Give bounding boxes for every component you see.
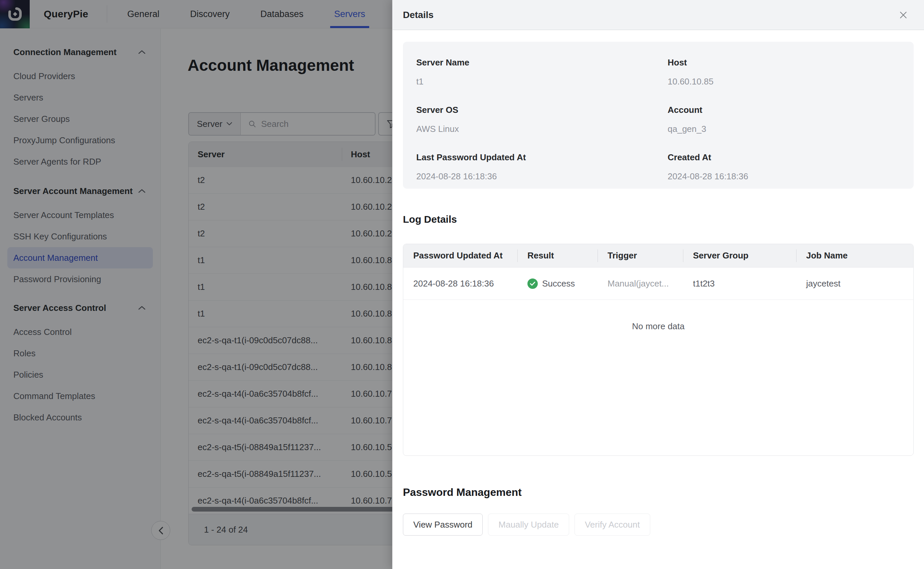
- log-column-job-name: Job Name: [796, 244, 913, 267]
- field-value: 2024-08-28 16:18:36: [416, 171, 668, 182]
- field-label: Last Password Updated At: [416, 152, 668, 163]
- info-field-server-os: Server OS AWS Linux: [416, 105, 668, 134]
- log-table-header: Password Updated At Result Trigger Serve…: [403, 244, 913, 268]
- no-more-data-label: No more data: [403, 321, 913, 332]
- log-cell-result: Success: [517, 278, 597, 289]
- result-text: Success: [542, 278, 575, 289]
- details-panel-header: Details: [392, 0, 924, 30]
- field-value: AWS Linux: [416, 124, 668, 134]
- log-details-table: Password Updated At Result Trigger Serve…: [403, 244, 913, 456]
- info-field-host: Host 10.60.10.85: [668, 58, 913, 87]
- details-panel: Details Server Name t1 Host 10.60.10.85: [392, 0, 924, 569]
- log-column-trigger: Trigger: [597, 244, 683, 267]
- app-root: QueryPie General Discovery Databases Ser…: [0, 0, 924, 569]
- field-label: Server Name: [416, 58, 668, 68]
- log-column-server-group: Server Group: [683, 244, 796, 267]
- info-field-server-name: Server Name t1: [416, 58, 668, 87]
- view-password-button[interactable]: View Password: [403, 514, 483, 536]
- manually-update-button: Maually Update: [488, 514, 569, 536]
- server-info-card: Server Name t1 Host 10.60.10.85 Server O…: [403, 42, 913, 189]
- close-icon: [899, 11, 908, 19]
- verify-account-button: Verify Account: [574, 514, 650, 536]
- field-label: Server OS: [416, 105, 668, 115]
- info-field-account: Account qa_gen_3: [668, 105, 913, 134]
- password-management-heading: Password Management: [403, 486, 913, 499]
- field-label: Account: [668, 105, 913, 115]
- info-field-last-password-updated: Last Password Updated At 2024-08-28 16:1…: [416, 152, 668, 182]
- details-panel-title: Details: [403, 10, 434, 20]
- log-column-password-updated-at: Password Updated At: [403, 244, 517, 267]
- log-cell-trigger: Manual(jaycet...: [597, 278, 683, 289]
- log-column-result: Result: [517, 244, 597, 267]
- field-value: 2024-08-28 16:18:36: [668, 171, 913, 182]
- info-field-created-at: Created At 2024-08-28 16:18:36: [668, 152, 913, 182]
- field-label: Host: [668, 58, 913, 68]
- field-value: 10.60.10.85: [668, 76, 913, 87]
- password-management-actions: View Password Maually Update Verify Acco…: [403, 514, 913, 536]
- log-table-row: 2024-08-28 16:18:36 Success Manual(jayce…: [403, 268, 913, 300]
- log-details-heading: Log Details: [403, 213, 913, 225]
- close-button[interactable]: [897, 9, 909, 21]
- log-cell-updated: 2024-08-28 16:18:36: [403, 278, 517, 289]
- field-value: qa_gen_3: [668, 124, 913, 134]
- field-label: Created At: [668, 152, 913, 163]
- details-panel-body: Server Name t1 Host 10.60.10.85 Server O…: [392, 30, 924, 569]
- success-check-icon: [527, 278, 538, 289]
- log-cell-job-name: jaycetest: [796, 278, 913, 289]
- field-value: t1: [416, 76, 668, 87]
- log-cell-server-group: t1t2t3: [683, 278, 796, 289]
